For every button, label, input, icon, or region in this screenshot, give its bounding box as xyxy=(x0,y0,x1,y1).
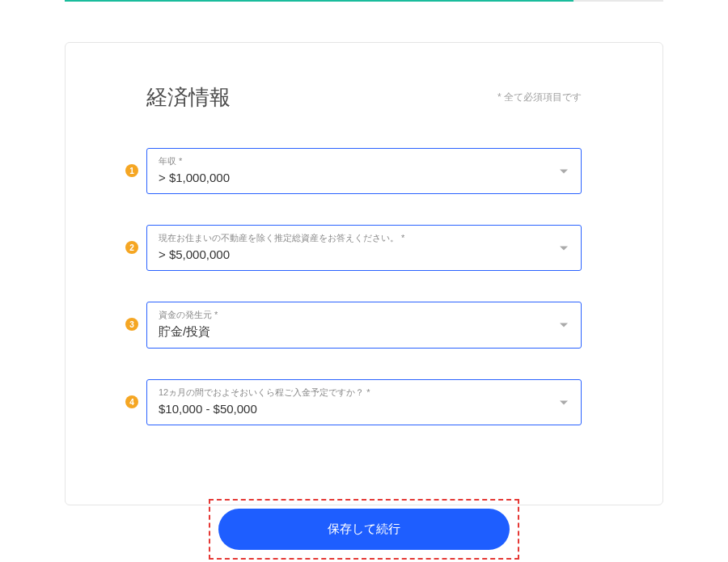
badge-4: 4 xyxy=(125,395,138,408)
field-value: $10,000 - $50,000 xyxy=(159,402,257,416)
field-label: 資金の発生元 * xyxy=(159,309,569,321)
field-net-worth: 2 現在お住まいの不動産を除く推定総資産をお答えください。 * > $5,000… xyxy=(146,225,582,271)
page-title: 経済情報 xyxy=(146,83,231,112)
select-source-of-funds[interactable]: 資金の発生元 * 貯金/投資 xyxy=(146,302,582,349)
select-net-worth[interactable]: 現在お住まいの不動産を除く推定総資産をお答えください。 * > $5,000,0… xyxy=(146,225,582,271)
field-label: 年収 * xyxy=(159,155,569,167)
field-value: > $1,000,000 xyxy=(159,171,230,184)
chevron-down-icon xyxy=(560,323,568,327)
select-annual-income[interactable]: 年収 * > $1,000,000 xyxy=(146,148,582,194)
badge-3: 3 xyxy=(125,318,138,331)
button-highlight-frame: 保存して続行 xyxy=(209,499,519,560)
field-label: 12ヵ月の間でおよそおいくら程ご入金予定ですか？ * xyxy=(159,387,569,399)
field-value: > $5,000,000 xyxy=(159,247,230,261)
chevron-down-icon xyxy=(560,169,568,173)
field-source-of-funds: 3 資金の発生元 * 貯金/投資 xyxy=(146,302,582,349)
field-label: 現在お住まいの不動産を除く推定総資産をお答えください。 * xyxy=(159,232,569,244)
chevron-down-icon xyxy=(560,400,568,404)
badge-1: 1 xyxy=(125,164,138,177)
field-annual-income: 1 年収 * > $1,000,000 xyxy=(146,148,582,194)
select-expected-deposit[interactable]: 12ヵ月の間でおよそおいくら程ご入金予定ですか？ * $10,000 - $50… xyxy=(146,379,582,425)
field-value: 貯金/投資 xyxy=(159,324,210,338)
form-card: 経済情報 * 全て必須項目です 1 年収 * > $1,000,000 2 現在… xyxy=(65,42,663,505)
badge-2: 2 xyxy=(125,241,138,254)
header-row: 経済情報 * 全て必須項目です xyxy=(146,83,582,112)
field-expected-deposit: 4 12ヵ月の間でおよそおいくら程ご入金予定ですか？ * $10,000 - $… xyxy=(146,379,582,425)
required-note: * 全て必須項目です xyxy=(497,91,582,104)
save-continue-button[interactable]: 保存して続行 xyxy=(218,509,510,550)
progress-fill xyxy=(65,0,574,2)
chevron-down-icon xyxy=(560,246,568,250)
progress-bar xyxy=(65,0,663,2)
